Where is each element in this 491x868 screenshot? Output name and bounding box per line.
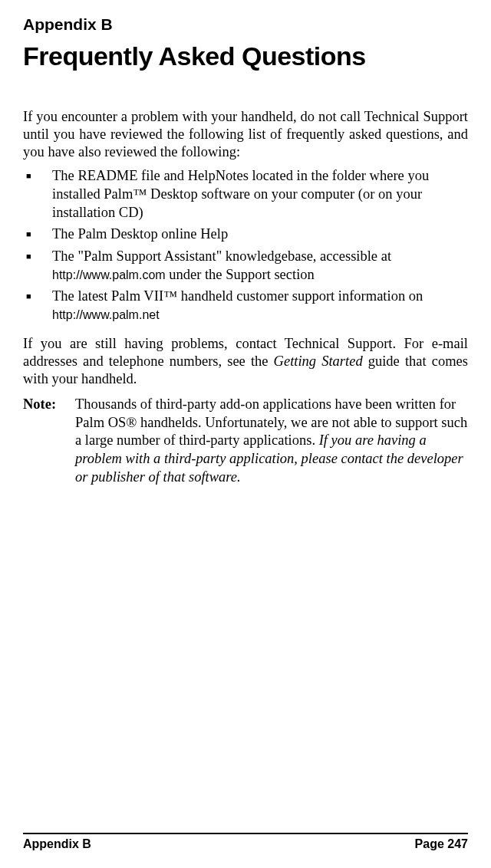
list-text: The README file and HelpNotes located in… [52, 168, 429, 219]
url-text: http://www.palm.net [52, 308, 160, 321]
intro-paragraph: If you encounter a problem with your han… [23, 108, 468, 161]
contact-paragraph: If you are still having problems, contac… [23, 335, 468, 388]
list-item: The "Palm Support Assistant" knowledgeba… [23, 248, 468, 284]
bullet-list: The README file and HelpNotes located in… [23, 167, 468, 324]
list-text: under the Support section [166, 267, 315, 282]
list-text: The "Palm Support Assistant" knowledgeba… [52, 248, 391, 264]
page-title: Frequently Asked Questions [23, 41, 468, 71]
url-text: http://www.palm.com [52, 268, 166, 281]
footer-left: Appendix B [23, 837, 91, 851]
note-block: Note: Thousands of third-party add-on ap… [23, 396, 468, 486]
list-text: The latest Palm VII™ handheld customer s… [52, 288, 423, 304]
footer-right: Page 247 [415, 837, 468, 851]
list-item: The latest Palm VII™ handheld customer s… [23, 288, 468, 324]
page-footer: Appendix B Page 247 [23, 833, 468, 851]
italic-text: Getting Started [274, 353, 363, 369]
note-label: Note: [23, 396, 56, 414]
list-item: The README file and HelpNotes located in… [23, 167, 468, 222]
list-text: The Palm Desktop online Help [52, 226, 228, 242]
list-item: The Palm Desktop online Help [23, 225, 468, 244]
appendix-label: Appendix B [23, 15, 468, 34]
